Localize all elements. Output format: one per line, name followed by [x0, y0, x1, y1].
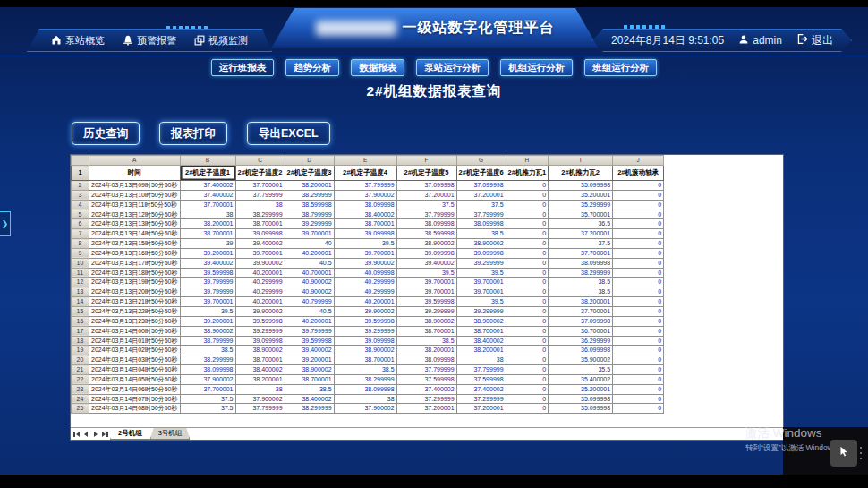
- row-number[interactable]: 6: [72, 219, 89, 229]
- grid-cell[interactable]: 37.799999: [456, 365, 506, 375]
- tab-trend-analysis[interactable]: 趋势分析: [285, 59, 339, 76]
- grid-cell[interactable]: 39.299999: [285, 219, 334, 229]
- grid-cell[interactable]: 35.299999: [549, 200, 613, 210]
- grid-cell[interactable]: 35.200001: [549, 384, 613, 394]
- nav-warning-alarm[interactable]: 预警报警: [123, 34, 176, 47]
- grid-cell[interactable]: 38.700001: [180, 229, 235, 239]
- grid-cell[interactable]: 0: [506, 287, 549, 297]
- grid-cell[interactable]: 40.200001: [285, 248, 334, 258]
- grid-cell[interactable]: 40.099998: [334, 268, 396, 278]
- last-sheet-button[interactable]: [100, 429, 110, 439]
- grid-cell[interactable]: 2024年03月13日19时50分50秒: [89, 278, 181, 287]
- grid-cell[interactable]: 2024年03月13日22时50分50秒: [89, 306, 181, 316]
- grid-cell[interactable]: 36.099998: [549, 346, 613, 355]
- grid-cell[interactable]: 38.400002: [285, 394, 334, 404]
- grid-cell[interactable]: 40.200001: [285, 316, 334, 326]
- grid-cell[interactable]: 37.799999: [396, 365, 456, 375]
- grid-cell[interactable]: 0: [506, 336, 549, 346]
- grid-cell[interactable]: 36.5: [549, 219, 613, 229]
- grid-cell[interactable]: 0: [613, 326, 664, 336]
- grid-cell[interactable]: 35.200001: [549, 190, 613, 200]
- grid-cell[interactable]: 38.400002: [235, 365, 285, 375]
- grid-cell[interactable]: 39.200001: [180, 316, 235, 326]
- grid-cell[interactable]: 39: [180, 239, 235, 249]
- grid-cell[interactable]: 0: [506, 229, 549, 239]
- grid-cell[interactable]: 2024年03月14日08时50分50秒: [89, 404, 181, 414]
- row-number[interactable]: 20: [72, 355, 89, 365]
- grid-cell[interactable]: 38.799999: [285, 210, 334, 219]
- row-number[interactable]: 1: [72, 166, 89, 181]
- row-number[interactable]: 11: [72, 268, 89, 278]
- grid-cell[interactable]: 39.400002: [235, 239, 285, 249]
- grid-cell[interactable]: 37.099998: [456, 181, 506, 191]
- grid-cell[interactable]: 37.5: [549, 239, 613, 249]
- prev-sheet-button[interactable]: [81, 429, 90, 439]
- grid-cell[interactable]: 38.099998: [334, 384, 396, 394]
- grid-cell[interactable]: 39.400002: [396, 258, 456, 268]
- grid-cell[interactable]: 38.700001: [334, 219, 396, 229]
- grid-cell[interactable]: 38.5: [285, 384, 334, 394]
- grid-cell[interactable]: 40.200001: [235, 268, 285, 278]
- grid-cell[interactable]: 40.700001: [285, 268, 334, 278]
- grid-cell[interactable]: 37.200001: [396, 404, 456, 414]
- grid-cell[interactable]: 39.200001: [285, 355, 334, 365]
- grid-cell[interactable]: 40.5: [285, 306, 334, 316]
- grid-cell[interactable]: 37.200001: [456, 190, 506, 200]
- grid-cell[interactable]: 38.700001: [396, 326, 456, 336]
- row-number[interactable]: 13: [72, 287, 89, 297]
- grid-cell[interactable]: 2024年03月13日09时50分50秒: [89, 181, 181, 191]
- grid-cell[interactable]: 37.799999: [396, 210, 456, 219]
- grid-cell[interactable]: 39.700001: [180, 297, 235, 307]
- grid-cell[interactable]: 38.400002: [456, 336, 506, 346]
- grid-cell[interactable]: 38.200001: [180, 219, 235, 229]
- grid-cell[interactable]: 37.799999: [456, 210, 506, 219]
- grid-cell[interactable]: 0: [613, 278, 664, 287]
- remote-cursor-button[interactable]: [830, 440, 857, 467]
- grid-cell[interactable]: 38.099998: [456, 219, 506, 229]
- report-print-button[interactable]: 报表打印: [159, 122, 227, 145]
- grid-cell[interactable]: 37.700001: [180, 384, 235, 394]
- grid-cell[interactable]: 37.5: [180, 394, 235, 404]
- grid-cell[interactable]: 35.5: [549, 365, 613, 375]
- grid-cell[interactable]: 2024年03月13日14时50分50秒: [89, 229, 181, 239]
- grid-cell[interactable]: 37.900002: [334, 190, 396, 200]
- grid-cell[interactable]: 0: [613, 248, 664, 258]
- grid-cell[interactable]: 0: [613, 306, 664, 316]
- row-number[interactable]: 5: [72, 210, 89, 219]
- column-letter[interactable]: I: [549, 156, 613, 166]
- header-cell[interactable]: 2#机滚动轴承: [613, 166, 664, 181]
- grid-cell[interactable]: 37.700001: [235, 181, 285, 191]
- grid-cell[interactable]: 40.299999: [334, 278, 396, 287]
- grid-cell[interactable]: 0: [506, 374, 549, 384]
- grid-cell[interactable]: 0: [506, 239, 549, 249]
- grid-cell[interactable]: 38: [180, 210, 235, 219]
- grid-cell[interactable]: 35.099998: [549, 394, 613, 404]
- drawer-toggle[interactable]: ❯: [0, 211, 11, 236]
- grid-cell[interactable]: 39.700001: [456, 278, 506, 287]
- grid-cell[interactable]: 38.900002: [180, 326, 235, 336]
- grid-cell[interactable]: 39.099998: [235, 336, 285, 346]
- grid-cell[interactable]: 38.200001: [456, 346, 506, 355]
- grid-cell[interactable]: 38.700001: [285, 374, 334, 384]
- grid-cell[interactable]: 38.799999: [180, 336, 235, 346]
- grid-cell[interactable]: 39.5: [180, 306, 235, 316]
- row-number[interactable]: 7: [72, 229, 89, 239]
- grid-cell[interactable]: 37.700001: [549, 248, 613, 258]
- grid-cell[interactable]: 40.900002: [285, 287, 334, 297]
- grid-cell[interactable]: 37.400002: [180, 181, 235, 191]
- grid-cell[interactable]: 39.200001: [180, 248, 235, 258]
- grid-cell[interactable]: 38.700001: [235, 355, 285, 365]
- grid-cell[interactable]: 38.099998: [549, 258, 613, 268]
- grid-cell[interactable]: 0: [506, 219, 549, 229]
- grid-cell[interactable]: 38.200001: [285, 181, 334, 191]
- grid-cell[interactable]: 38.5: [180, 346, 235, 355]
- grid-cell[interactable]: 39.799999: [180, 287, 235, 297]
- grid-cell[interactable]: 2024年03月14日07时50分50秒: [89, 394, 181, 404]
- sheet-tab-unit3[interactable]: 3号机组: [150, 428, 191, 440]
- grid-cell[interactable]: 39.700001: [334, 248, 396, 258]
- next-sheet-button[interactable]: [90, 429, 100, 439]
- grid-cell[interactable]: 38.299999: [334, 374, 396, 384]
- column-letter[interactable]: H: [506, 156, 549, 166]
- grid-cell[interactable]: 0: [613, 239, 664, 249]
- grid-cell[interactable]: 39.5: [334, 239, 396, 249]
